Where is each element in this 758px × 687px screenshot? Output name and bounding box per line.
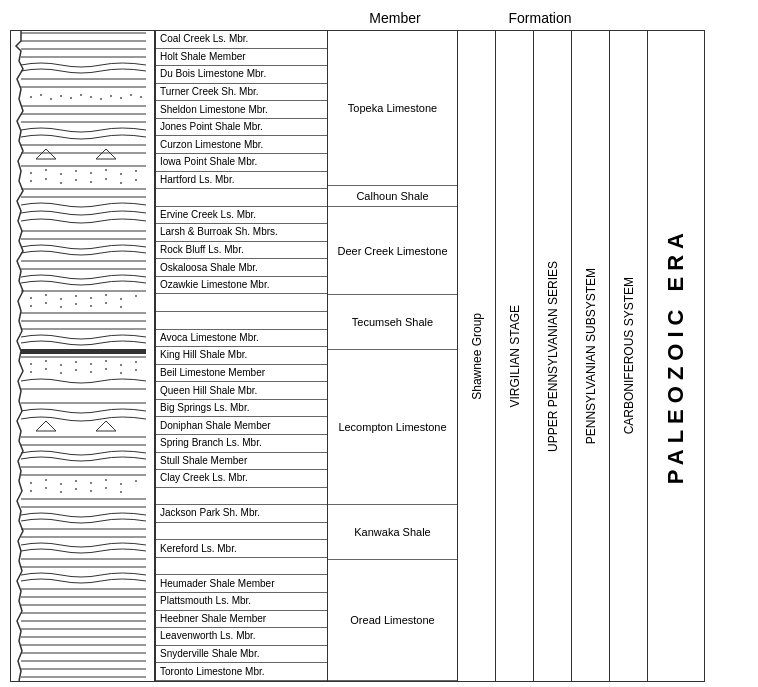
member-item: Big Springs Ls. Mbr. [156, 400, 327, 418]
carboniferous-column: CARBONIFEROUS SYSTEM [609, 30, 647, 682]
virgilian-label: VIRGILIAN STAGE [508, 305, 522, 407]
header-formation: Formation [475, 10, 605, 26]
svg-point-107 [105, 487, 107, 489]
svg-point-76 [120, 364, 122, 366]
svg-point-56 [120, 298, 122, 300]
member-item: Leavenworth Ls. Mbr. [156, 628, 327, 646]
svg-point-37 [60, 182, 62, 184]
svg-point-42 [135, 179, 137, 181]
formation-cell: Topeka Limestone [328, 31, 457, 186]
member-item: Avoca Limestone Mbr. [156, 330, 327, 348]
svg-point-61 [75, 303, 77, 305]
formation-cell: Deer Creek Limestone [328, 207, 457, 295]
member-item: Heumader Shale Member [156, 575, 327, 593]
svg-point-82 [90, 371, 92, 373]
member-item: Queen Hill Shale Mbr. [156, 382, 327, 400]
svg-point-34 [135, 170, 137, 172]
svg-point-55 [105, 294, 107, 296]
svg-point-51 [45, 294, 47, 296]
svg-point-99 [105, 479, 107, 481]
member-item: Ozawkie Limestone Mbr. [156, 277, 327, 295]
svg-point-97 [75, 480, 77, 482]
virgilian-stage-column: VIRGILIAN STAGE [495, 30, 533, 682]
svg-point-17 [130, 94, 132, 96]
svg-point-16 [120, 97, 122, 99]
svg-point-102 [30, 490, 32, 492]
member-item: Snyderville Shale Mbr. [156, 646, 327, 664]
member-item: Sheldon Limestone Mbr. [156, 101, 327, 119]
svg-point-71 [45, 360, 47, 362]
paleozoic-era-column: PALEOZOIC ERA [647, 30, 705, 682]
svg-point-105 [75, 488, 77, 490]
formation-cell: Oread Limestone [328, 560, 457, 681]
member-item [156, 558, 327, 576]
svg-point-94 [30, 482, 32, 484]
svg-point-38 [75, 179, 77, 181]
svg-point-14 [100, 98, 102, 100]
svg-point-27 [30, 172, 32, 174]
svg-point-80 [60, 372, 62, 374]
svg-point-33 [120, 173, 122, 175]
svg-marker-24 [36, 149, 56, 159]
svg-point-104 [60, 491, 62, 493]
svg-marker-88 [36, 421, 56, 431]
svg-point-15 [110, 95, 112, 97]
svg-point-52 [60, 298, 62, 300]
svg-point-108 [120, 491, 122, 493]
paleozoic-label: PALEOZOIC ERA [663, 227, 689, 484]
members-column: Coal Creek Ls. Mbr.Holt Shale MemberDu B… [155, 30, 327, 682]
svg-point-79 [45, 368, 47, 370]
svg-point-58 [30, 305, 32, 307]
member-item: Stull Shale Member [156, 453, 327, 471]
svg-point-78 [30, 371, 32, 373]
svg-point-98 [90, 482, 92, 484]
member-item: Iowa Point Shale Mbr. [156, 154, 327, 172]
member-item: King Hill Shale Mbr. [156, 347, 327, 365]
svg-point-50 [30, 297, 32, 299]
member-item: Jackson Park Sh. Mbr. [156, 505, 327, 523]
shawnee-group-column: Shawnee Group [457, 30, 495, 682]
member-item: Clay Creek Ls. Mbr. [156, 470, 327, 488]
member-item: Larsh & Burroak Sh. Mbrs. [156, 224, 327, 242]
svg-marker-25 [96, 149, 116, 159]
member-item [156, 294, 327, 312]
penn-subsystem-label: PENNSYLVANIAN SUBSYSTEM [584, 268, 598, 444]
formation-cell: Lecompton Limestone [328, 350, 457, 505]
svg-point-84 [120, 372, 122, 374]
svg-point-11 [70, 97, 72, 99]
svg-rect-68 [21, 349, 146, 354]
svg-point-83 [105, 368, 107, 370]
svg-point-28 [45, 169, 47, 171]
member-item [156, 312, 327, 330]
svg-point-35 [30, 180, 32, 182]
member-item: Doniphan Shale Member [156, 417, 327, 435]
member-item: Ervine Creek Ls. Mbr. [156, 207, 327, 225]
member-item: Oskaloosa Shale Mbr. [156, 259, 327, 277]
member-item: Holt Shale Member [156, 49, 327, 67]
member-item: Toronto Limestone Mbr. [156, 663, 327, 681]
svg-point-39 [90, 181, 92, 183]
svg-point-85 [135, 369, 137, 371]
member-item: Du Bois Limestone Mbr. [156, 66, 327, 84]
member-item: Spring Branch Ls. Mbr. [156, 435, 327, 453]
svg-point-64 [120, 306, 122, 308]
svg-point-7 [30, 96, 32, 98]
svg-point-36 [45, 178, 47, 180]
header-member: Member [315, 10, 475, 26]
svg-point-53 [75, 295, 77, 297]
content-area: Coal Creek Ls. Mbr.Holt Shale MemberDu B… [10, 30, 748, 682]
svg-point-60 [60, 306, 62, 308]
svg-point-40 [105, 178, 107, 180]
svg-point-9 [50, 98, 52, 100]
svg-point-10 [60, 95, 62, 97]
member-item [156, 523, 327, 541]
member-item: Turner Creek Sh. Mbr. [156, 84, 327, 102]
svg-point-18 [140, 96, 142, 98]
member-item: Curzon Limestone Mbr. [156, 136, 327, 154]
svg-point-29 [60, 173, 62, 175]
penn-subsystem-column: PENNSYLVANIAN SUBSYSTEM [571, 30, 609, 682]
member-item [156, 189, 327, 207]
upper-penn-column: UPPER PENNSYLVANIAN SERIES [533, 30, 571, 682]
member-item: Plattsmouth Ls. Mbr. [156, 593, 327, 611]
formation-cell: Calhoun Shale [328, 186, 457, 208]
